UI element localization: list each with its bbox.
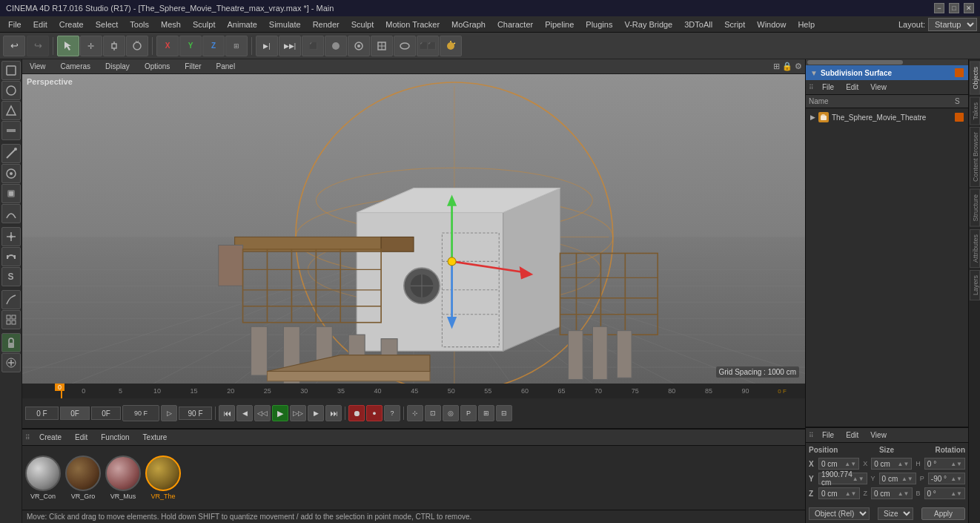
view-btn-4[interactable] (325, 36, 347, 56)
mat-function-btn[interactable]: Function (96, 432, 133, 442)
lt-tool-4[interactable] (1, 204, 21, 223)
view-btn-5[interactable] (348, 36, 370, 56)
menu-create[interactable]: Create (54, 19, 89, 30)
objects-view-menu[interactable]: View (867, 82, 890, 92)
menu-motion-tracker[interactable]: Motion Tracker (380, 19, 445, 30)
menu-animate[interactable]: Animate (222, 19, 262, 30)
coord-button[interactable]: ⊞ (225, 36, 248, 56)
lt-lock[interactable] (1, 333, 21, 352)
lt-s-button[interactable]: S (1, 267, 21, 286)
y-pos-field[interactable]: 1900.774 cm ▲▼ (818, 473, 867, 484)
frame-max-input[interactable] (179, 407, 212, 420)
viewport-icon-grid[interactable]: ⊞ (773, 62, 780, 71)
view-btn-9[interactable] (440, 36, 462, 56)
timeline-ruler[interactable]: 0 0 5 10 15 20 25 30 35 40 45 50 55 60 6… (22, 384, 805, 398)
menu-mesh[interactable]: Mesh (156, 19, 186, 30)
props-edit-menu[interactable]: Edit (842, 430, 862, 440)
redo-button[interactable]: ↪ (27, 36, 49, 56)
viewport-panel-menu[interactable]: Panel (212, 62, 240, 71)
viewport-filter-menu[interactable]: Filter (180, 62, 205, 71)
y-size-field[interactable]: 0 cm ▲▼ (879, 473, 916, 484)
mat-edit-btn[interactable]: Edit (70, 432, 92, 442)
lt-grid[interactable] (1, 310, 21, 329)
viewport-options-menu[interactable]: Options (140, 62, 174, 71)
material-vr-the[interactable]: VR_The (145, 455, 181, 500)
apply-button[interactable]: Apply (921, 507, 965, 520)
lt-extra[interactable] (1, 353, 21, 372)
tc-goto-start[interactable]: ⏮ (219, 405, 235, 421)
menu-window[interactable]: Window (752, 19, 791, 30)
lt-tool-1[interactable] (1, 144, 21, 163)
tc-key-mode-3[interactable]: ◎ (443, 405, 459, 421)
tc-step-back2[interactable]: ◁◁ (254, 405, 271, 421)
viewport-cameras-menu[interactable]: Cameras (56, 62, 96, 71)
z-pos-field[interactable]: 0 cm ▲▼ (818, 487, 860, 499)
tc-goto-end[interactable]: ⏭ (325, 405, 342, 421)
frame-start-input[interactable] (25, 407, 59, 420)
menu-sculpt[interactable]: Sculpt (188, 19, 221, 30)
mat-texture-btn[interactable]: Texture (139, 432, 172, 442)
menu-character[interactable]: Character (492, 19, 538, 30)
obj-row-sphere-theatre[interactable]: ▶ The_Sphere_Movie_Theatre (807, 110, 967, 125)
lt-sculpt[interactable] (1, 290, 21, 309)
tc-step-fwd[interactable]: ▷▷ (290, 405, 306, 421)
tc-record[interactable]: ⏺ (348, 405, 365, 421)
viewport-icon-settings[interactable]: ⚙ (795, 62, 802, 71)
tc-key-mode-2[interactable]: ⊡ (425, 405, 441, 421)
close-button[interactable]: ✕ (964, 3, 974, 13)
view-btn-1[interactable]: ▶| (256, 36, 278, 56)
menu-help[interactable]: Help (792, 19, 820, 30)
z-rot-field[interactable]: 0 ° ▲▼ (924, 487, 966, 499)
view-btn-8[interactable]: ⬛⬛ (417, 36, 439, 56)
3d-viewport[interactable]: Perspective Grid Spacing : 1000 cm (22, 74, 805, 384)
z-size-field[interactable]: 0 cm ▲▼ (871, 487, 913, 499)
tc-key-mode[interactable]: ⊹ (407, 405, 423, 421)
menu-render[interactable]: Render (308, 19, 345, 30)
menu-mograph[interactable]: MoGraph (446, 19, 491, 30)
rotate-button[interactable] (126, 36, 148, 56)
tab-content-browser[interactable]: Content Browser (970, 127, 980, 187)
material-vr-con[interactable]: VR_Con (25, 455, 61, 500)
lt-snap[interactable] (1, 227, 21, 246)
props-file-menu[interactable]: File (818, 430, 838, 440)
tab-attributes[interactable]: Attributes (970, 229, 980, 268)
material-vr-gro[interactable]: VR_Gro (65, 455, 101, 500)
lt-mode-2[interactable] (1, 81, 21, 100)
objects-file-menu[interactable]: File (818, 82, 838, 92)
layout-select[interactable]: Startup (928, 18, 977, 31)
frame-current-input[interactable] (60, 407, 90, 420)
viewport-view-menu[interactable]: View (25, 62, 50, 71)
object-rel-dropdown[interactable]: Object (Rel) (809, 507, 870, 520)
lt-magnet[interactable] (1, 247, 21, 266)
undo-button[interactable]: ↩ (3, 36, 25, 56)
minimize-button[interactable]: − (934, 3, 944, 13)
viewport-display-menu[interactable]: Display (101, 62, 134, 71)
view-btn-7[interactable] (394, 36, 416, 56)
scale-button[interactable] (103, 36, 125, 56)
view-btn-2[interactable]: ▶▶| (279, 36, 301, 56)
objects-expand-icon[interactable]: ▼ (810, 69, 818, 77)
mat-create-btn[interactable]: Create (35, 432, 66, 442)
lt-mode-4[interactable] (1, 121, 21, 140)
lt-tool-3[interactable] (1, 184, 21, 203)
tc-play[interactable]: ▶ (272, 405, 288, 421)
axis-y-button[interactable]: Y (179, 36, 202, 56)
objects-edit-menu[interactable]: Edit (842, 82, 862, 92)
x-pos-field[interactable]: 0 cm ▲▼ (818, 458, 859, 470)
view-btn-3[interactable]: ⬛ (302, 36, 324, 56)
props-view-menu[interactable]: View (867, 430, 890, 440)
menu-sculpt2[interactable]: Sculpt (346, 19, 380, 30)
frame-min-input[interactable] (91, 407, 121, 420)
menu-tools[interactable]: Tools (125, 19, 154, 30)
axis-z-button[interactable]: Z (202, 36, 225, 56)
menu-simulate[interactable]: Simulate (264, 19, 306, 30)
view-btn-6[interactable] (371, 36, 393, 56)
tab-structure[interactable]: Structure (970, 189, 980, 227)
tc-step-fwd2[interactable]: ▶ (308, 405, 324, 421)
y-rot-field[interactable]: -90 ° ▲▼ (928, 473, 965, 484)
menu-script[interactable]: Script (719, 19, 750, 30)
menu-file[interactable]: File (3, 19, 27, 30)
menu-vray[interactable]: V-Ray Bridge (619, 19, 678, 30)
maximize-button[interactable]: □ (949, 3, 959, 13)
menu-plugins[interactable]: Plugins (580, 19, 618, 30)
